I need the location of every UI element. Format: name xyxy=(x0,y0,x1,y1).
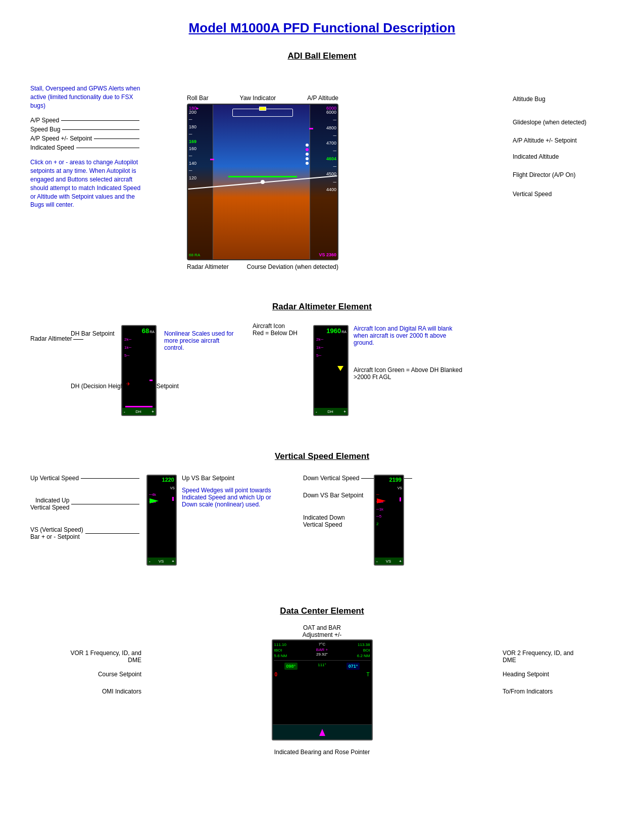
vs-plus-btn-1[interactable]: + xyxy=(172,559,174,564)
adi-container: Stall, Overspeed and GPWS Alerts when ac… xyxy=(30,69,614,282)
vs-minus-btn-1[interactable]: - xyxy=(149,559,151,564)
vs-display-2: 2199 VS ─ ─2k ─1k ─5 2 - VS xyxy=(374,475,404,566)
vor1-label: VOR 1 Frequency, ID, and DME xyxy=(61,650,141,664)
vertical-speed-label: Vertical Speed xyxy=(513,190,614,199)
vs-section: Vertical Speed Element Up Vertical Speed… xyxy=(30,451,614,586)
vs-scale-area-1: ─4k ─2k xyxy=(147,491,176,506)
vs-setpoint-bar-2 xyxy=(400,497,401,501)
ra-plus-btn[interactable]: + xyxy=(152,409,154,414)
dc-section: Data Center Element OAT and BAR Adjustme… xyxy=(30,606,614,756)
altitude-bug-label: Altitude Bug xyxy=(513,95,614,104)
click-label: Click on + or - areas to change Autopilo… xyxy=(30,158,141,209)
vs-display-1: 1220 VS ─4k ─2k - VS + xyxy=(146,475,177,566)
adi-speed-tape: 180▸ 200 ─ 180 ─ 169 160 ─ 140 ─ 120 xyxy=(188,105,213,259)
indicated-speed-label: Indicated Speed xyxy=(30,144,74,151)
page-title: Model M1000A PFD Functional Description xyxy=(30,20,614,36)
adi-vs-value: VS 2360 xyxy=(319,252,336,257)
yaw-indicator-label: Yaw Indicator xyxy=(240,95,276,102)
dc-bottom-row: 0 T xyxy=(273,671,372,678)
roll-bar-label: Roll Bar xyxy=(187,95,209,102)
speed-bug-label: Speed Bug xyxy=(30,126,60,133)
ra-dh-label: DH xyxy=(135,409,141,414)
course-label: Course Setpoint xyxy=(61,671,141,678)
course-dev-label: Course Deviation (when detected) xyxy=(247,263,338,270)
vs-center-labels: Up VS Bar Setpoint Speed Wedges will poi… xyxy=(182,475,283,508)
adi-alt-tape: 6000 6000 ─ 4800 ─ 4700 ─ 4604 ─ 4500 ─ … xyxy=(310,105,337,259)
aircraft-icon-text: Aircraft Icon Red = Below DH xyxy=(253,322,298,337)
adi-center-dot xyxy=(261,180,265,184)
vs-setpoint-bar-1 xyxy=(172,497,174,501)
ra-right-labels: Aircraft Icon and Digital RA will blank … xyxy=(354,325,465,381)
vs-btn-row-2: - VS + xyxy=(375,558,403,565)
indicated-alt-label: Indicated Altitude xyxy=(513,152,614,161)
ra-labels-left: DH Bar Setpoint DH (Decision Height) Bar… xyxy=(71,330,179,390)
vs-needle-up xyxy=(150,498,159,503)
ra-blank-label: Aircraft Icon and Digital RA will blank … xyxy=(354,325,465,346)
ra-display-2: 1960 RA 2k─ 1k─ 5─ - DH + xyxy=(313,325,349,416)
dc-course-row: 098° 111° 071° xyxy=(273,662,372,671)
adi-top-labels: Roll Bar Yaw Indicator A/P Altitude xyxy=(187,95,338,102)
adi-speed-numbers: 200 ─ 180 ─ 169 160 ─ 140 ─ 120 xyxy=(189,109,196,181)
dc-vor2-data: 113.38 BOI 6.2 NM xyxy=(357,642,370,659)
ap-speed-label: A/P Speed xyxy=(30,117,59,124)
dc-center-hdg: 111° xyxy=(318,663,326,670)
dc-rose xyxy=(273,724,372,739)
ra-dh-bar xyxy=(125,406,153,407)
dc-course-box: 098° xyxy=(284,663,298,670)
oat-bar-label: OAT and BAR Adjustment +/- xyxy=(303,624,342,638)
adi-gs-dot5 xyxy=(306,162,309,165)
nonlinear-text: Nonlinear Scales used for more precise a… xyxy=(164,330,233,351)
radar-section: Radar Altimeter Element Radar Altimeter … xyxy=(30,302,614,431)
ra-label-2: RA xyxy=(341,330,346,334)
vs-needle-down xyxy=(377,498,386,503)
adi-left-labels: Stall, Overspeed and GPWS Alerts when ac… xyxy=(30,84,141,209)
vs-plus-btn-2[interactable]: + xyxy=(399,559,402,564)
vs-left-labels: Up Vertical Speed Indicated Up Vertical … xyxy=(30,475,141,540)
dc-rose-inner xyxy=(319,729,325,736)
ra-aircraft-icon-2 xyxy=(337,366,343,371)
dc-omi-indicator: 0 xyxy=(275,672,278,677)
dc-container: OAT and BAR Adjustment +/- VOR 1 Frequen… xyxy=(30,624,614,756)
ra-minus-btn[interactable]: - xyxy=(124,409,125,414)
ra-bottom-2: - DH + xyxy=(314,408,348,415)
dc-bearing-pointer xyxy=(319,729,325,736)
ra-btn-row-2: - DH + xyxy=(314,408,348,415)
indicated-up-label: Indicated Up Vertical Speed xyxy=(30,497,141,511)
adi-display-wrapper: Roll Bar Yaw Indicator A/P Altitude 180▸… xyxy=(187,95,338,270)
omi-label: OMI Indicators xyxy=(61,688,141,695)
dc-display: 111.10 IBOI 5.6 NM 7°C BAR + 29.92" 113.… xyxy=(272,639,373,740)
dc-vor1-data: 111.10 IBOI 5.6 NM xyxy=(274,642,287,659)
adi-right-labels: Altitude Bug Glideslope (when detected) … xyxy=(513,95,614,199)
dc-right-labels: VOR 2 Frequency, ID, and DME Heading Set… xyxy=(503,650,583,695)
vs-value-2: 2199 xyxy=(389,477,402,483)
vs-btn-row-1: - VS + xyxy=(147,558,176,565)
ra-plus-btn-2[interactable]: + xyxy=(343,409,346,414)
adi-bottom-labels: Radar Altimeter Course Deviation (when d… xyxy=(187,263,338,270)
ra-minus-btn-2[interactable]: - xyxy=(316,409,317,414)
adi-ra-label: 68 RA xyxy=(189,253,200,257)
ra-aircraft-icon-label: Aircraft Icon Red = Below DH xyxy=(253,322,298,337)
ra-value-2: 1960 xyxy=(326,327,341,335)
vs-vs-label-1: VS xyxy=(147,483,176,491)
adi-section: ADI Ball Element Stall, Overspeed and GP… xyxy=(30,51,614,282)
glideslope-label: Glideslope (when detected) xyxy=(513,118,614,127)
speed-wedges-label: Speed Wedges will point towards Indicate… xyxy=(182,487,283,508)
dh-bar-label: DH Bar Setpoint xyxy=(71,330,179,337)
ra-bottom: - DH + xyxy=(122,406,156,415)
vs-label-1: VS xyxy=(159,559,164,564)
vs-minus-btn-2[interactable]: - xyxy=(376,559,378,564)
adi-display: 180▸ 200 ─ 180 ─ 169 160 ─ 140 ─ 120 xyxy=(187,104,338,260)
ra-btn-row: - DH + xyxy=(122,408,156,415)
adi-gs-dot4 xyxy=(306,157,309,160)
heading-label: Heading Setpoint xyxy=(503,671,583,678)
ra-scale-2: 2k─ 1k─ 5─ xyxy=(314,335,348,361)
ra-aircraft-icon3-label: Aircraft Icon Green = Above DH Blanked >… xyxy=(354,366,465,381)
adi-glideslope xyxy=(306,144,309,165)
vs-value-1: 1220 xyxy=(162,477,174,483)
ra-dh-label-2: DH xyxy=(327,409,333,414)
vor2-label: VOR 2 Frequency, ID, and DME xyxy=(503,650,583,664)
dc-left-labels: VOR 1 Frequency, ID, and DME Course Setp… xyxy=(61,650,141,695)
adi-section-title: ADI Ball Element xyxy=(30,51,614,61)
vs-section-title: Vertical Speed Element xyxy=(30,451,614,461)
dc-section-title: Data Center Element xyxy=(30,606,614,616)
